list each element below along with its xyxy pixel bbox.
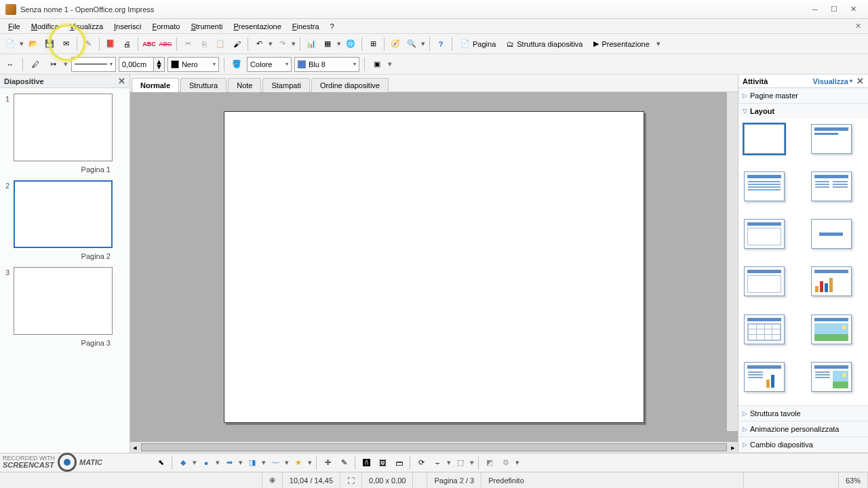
layout-content-image[interactable] xyxy=(811,362,852,392)
menu-presentation[interactable]: Presentazione xyxy=(228,21,286,32)
status-zoom[interactable]: 63% xyxy=(839,472,868,488)
document-close-button[interactable]: ✕ xyxy=(851,22,865,30)
tab-notes[interactable]: Note xyxy=(228,78,261,92)
tasks-toggle[interactable]: Visualizza xyxy=(813,77,848,85)
slide-canvas[interactable] xyxy=(224,111,644,423)
menu-insert[interactable]: Inserisci xyxy=(108,21,146,32)
edit-file-button[interactable]: ✎ xyxy=(81,37,96,52)
slides-panel-close[interactable]: ✕ xyxy=(118,76,125,86)
navigator-button[interactable]: 🧭 xyxy=(388,37,403,52)
auto-spellcheck-button[interactable]: ABC xyxy=(158,37,173,52)
slide-thumb-3[interactable]: 3 xyxy=(3,267,127,335)
arrow-style-button[interactable]: ↔ xyxy=(3,57,18,72)
grid-button[interactable]: ⊞ xyxy=(366,37,380,52)
rotate-tool[interactable]: ⟳ xyxy=(414,455,429,470)
toolbar-overflow[interactable]: ▾ xyxy=(656,39,661,48)
menu-edit[interactable]: Modifica xyxy=(26,21,64,32)
slide-thumb-1[interactable]: 1 xyxy=(3,94,127,161)
paste-button[interactable]: 📋 xyxy=(213,37,228,52)
tasks-toggle-dd[interactable]: ▾ xyxy=(850,78,852,84)
fontwork-tool[interactable]: 🅰 xyxy=(359,455,374,470)
tab-handout[interactable]: Stampati xyxy=(262,78,309,92)
fill-type-combo[interactable]: Colore▾ xyxy=(247,57,292,72)
section-master-pages[interactable]: ▷Pagine master xyxy=(738,88,868,103)
layout-content-chart[interactable] xyxy=(744,362,785,392)
spellcheck-button[interactable]: ABC xyxy=(142,37,157,52)
zoom-slider[interactable] xyxy=(744,472,839,488)
gallery-tool[interactable]: 🗃 xyxy=(391,455,406,470)
new-button[interactable]: 📄 xyxy=(3,37,18,52)
tasks-panel-close[interactable]: ✕ xyxy=(856,76,864,86)
section-table-design[interactable]: ▷Struttura tavole xyxy=(738,406,868,421)
print-button[interactable]: 🖨 xyxy=(119,37,134,52)
menu-format[interactable]: Formato xyxy=(146,21,185,32)
curve-tool[interactable]: 〰 xyxy=(268,455,283,470)
menu-window[interactable]: Finestra xyxy=(287,21,325,32)
chart-button[interactable]: 📊 xyxy=(304,37,319,52)
vertical-scrollbar[interactable] xyxy=(727,92,738,431)
points-tool[interactable]: ✛ xyxy=(320,455,335,470)
menu-help[interactable]: ? xyxy=(325,21,340,32)
tab-outline[interactable]: Struttura xyxy=(180,78,226,92)
slide-structure-button[interactable]: 🗂Struttura diapositiva xyxy=(502,37,587,52)
email-button[interactable]: ✉ xyxy=(58,37,73,52)
line-style-picker[interactable]: 🖊 xyxy=(28,57,43,72)
cut-button[interactable]: ✂ xyxy=(180,37,195,52)
maximize-button[interactable]: ☐ xyxy=(825,3,844,16)
horizontal-scrollbar[interactable]: ◂▸ xyxy=(130,442,738,453)
redo-button[interactable]: ↷ xyxy=(275,37,290,52)
3d-tool[interactable]: ◨ xyxy=(245,455,260,470)
save-button[interactable]: 💾 xyxy=(42,37,57,52)
fill-bucket-button[interactable]: 🪣 xyxy=(229,57,244,72)
toolbar2-overflow[interactable]: ▾ xyxy=(387,60,393,68)
zoom-button[interactable]: 🔍 xyxy=(404,37,419,52)
layout-title-only[interactable] xyxy=(744,219,785,249)
arrange-tool[interactable]: ⬚ xyxy=(453,455,468,470)
undo-button[interactable]: ↶ xyxy=(252,37,267,52)
tab-normal[interactable]: Normale xyxy=(132,78,179,92)
section-layout[interactable]: ▽Layout xyxy=(738,104,868,119)
select-tool[interactable]: ⬉ xyxy=(153,455,168,470)
open-button[interactable]: 📂 xyxy=(26,37,41,52)
drawing-overflow[interactable]: ▾ xyxy=(515,458,520,467)
copy-button[interactable]: ⎘ xyxy=(197,37,212,52)
slide-thumb-2[interactable]: 2 xyxy=(3,180,127,248)
extrusion-tool[interactable]: ◩ xyxy=(482,455,497,470)
layout-centered[interactable] xyxy=(811,219,852,249)
hyperlink-button[interactable]: 🌐 xyxy=(343,37,358,52)
presentation-button[interactable]: ▶Presentazione xyxy=(589,37,654,52)
line-color-combo[interactable]: Nero ▾ xyxy=(167,57,219,72)
format-paintbrush-button[interactable]: 🖌 xyxy=(229,37,244,52)
layout-title-image[interactable] xyxy=(811,314,852,344)
layout-blank[interactable] xyxy=(744,124,785,154)
table-button[interactable]: ▦ xyxy=(320,37,335,52)
help-button[interactable]: ? xyxy=(433,37,448,52)
layout-title-content[interactable] xyxy=(744,171,785,201)
section-slide-transition[interactable]: ▷Cambio diapositiva xyxy=(738,437,868,452)
interaction-tool[interactable]: ⚙ xyxy=(498,455,513,470)
close-button[interactable]: ✕ xyxy=(844,3,863,16)
align-tool[interactable]: ⫟ xyxy=(430,455,445,470)
layout-title-chart[interactable] xyxy=(811,266,852,296)
export-pdf-button[interactable]: 📕 xyxy=(103,37,118,52)
ellipse-tool[interactable]: ● xyxy=(199,455,214,470)
arrow-tool[interactable]: ➡ xyxy=(222,455,237,470)
menu-view[interactable]: Visualizza xyxy=(64,21,108,32)
arrow-ends-button[interactable]: ↣ xyxy=(45,57,60,72)
star-tool[interactable]: ★ xyxy=(291,455,306,470)
menu-tools[interactable]: Strumenti xyxy=(185,21,228,32)
page-button[interactable]: 📄Pagina xyxy=(456,37,500,52)
fill-color-combo[interactable]: Blu 8 ▾ xyxy=(294,57,359,72)
menu-file[interactable]: File xyxy=(3,21,26,32)
layout-title[interactable] xyxy=(811,124,852,154)
layout-two-content[interactable] xyxy=(811,171,852,201)
layout-title-object[interactable] xyxy=(744,266,785,296)
line-width-field[interactable]: 0,00cm ▲▼ xyxy=(119,57,165,72)
line-style-combo[interactable]: ▾ xyxy=(71,57,116,72)
shadow-button[interactable]: ▣ xyxy=(370,57,384,72)
layout-title-table[interactable] xyxy=(744,314,785,344)
glue-tool[interactable]: ✎ xyxy=(336,455,351,470)
tab-slidesorter[interactable]: Ordine diapositive xyxy=(311,78,389,92)
section-custom-animation[interactable]: ▷Animazione personalizzata xyxy=(738,422,868,436)
rectangle-tool[interactable]: ◆ xyxy=(176,455,191,470)
